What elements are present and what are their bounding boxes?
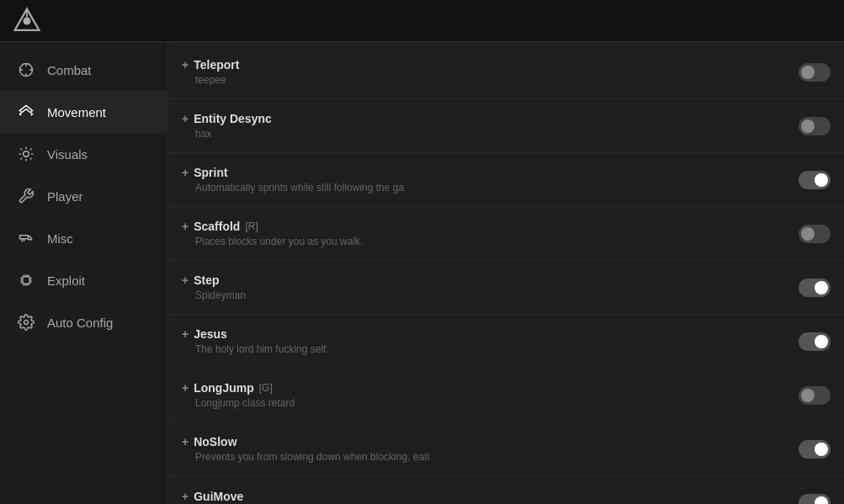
sidebar: Combat Movement Visuals Player Misc Expl… (0, 42, 168, 504)
topbar (0, 0, 844, 42)
sidebar-label-movement: Movement (47, 105, 106, 119)
module-toggle-longjump[interactable] (799, 386, 831, 405)
gun-icon (17, 229, 35, 247)
module-toggle-sprint[interactable] (799, 171, 831, 189)
svg-point-32 (24, 321, 29, 325)
module-plus-sprint: + (182, 166, 188, 179)
toggle-knob-sprint (815, 173, 828, 187)
module-toggle-noslow[interactable] (799, 440, 831, 459)
module-name-guimove: GuiMove (194, 490, 243, 503)
module-plus-step: + (182, 273, 188, 287)
module-desc-sprint: Automatically sprints while still follow… (182, 182, 502, 194)
module-name-teleport: Teleport (194, 58, 239, 72)
sidebar-item-misc[interactable]: Misc (0, 217, 167, 259)
module-header-noslow: + NoSlow (182, 435, 799, 448)
toggle-knob-step (815, 281, 828, 294)
toggle-knob-entitydesync (801, 119, 815, 133)
module-plus-teleport: + (182, 58, 188, 72)
sidebar-label-visuals: Visuals (47, 147, 88, 162)
toggle-track-jesus[interactable] (799, 332, 831, 351)
module-item-scaffold: + Scaffold [R] Places blocks under you a… (168, 207, 844, 261)
toggle-track-longjump[interactable] (799, 386, 831, 405)
module-item-jesus: + Jesus The holy lord him fucking self. (168, 315, 844, 369)
svg-line-16 (30, 149, 32, 151)
movement-icon (17, 103, 35, 121)
module-item-noslow: + NoSlow Prevents you from slowing down … (168, 422, 844, 476)
module-desc-entitydesync: hax (182, 128, 502, 140)
module-item-guimove: + GuiMove Allows you to move around, spr… (168, 476, 844, 504)
module-desc-jesus: The holy lord him fucking self. (182, 343, 502, 355)
module-item-step: + Step Spideyman (168, 261, 844, 315)
svg-point-1 (24, 17, 31, 24)
toggle-track-noslow[interactable] (799, 440, 831, 459)
module-toggle-scaffold[interactable] (799, 225, 831, 243)
module-toggle-guimove[interactable] (799, 494, 831, 504)
module-left-sprint: + Sprint Automatically sprints while sti… (182, 166, 799, 194)
sidebar-item-player[interactable]: Player (0, 175, 167, 217)
toggle-track-step[interactable] (799, 279, 831, 297)
module-left-entitydesync: + Entity Desync hax (182, 112, 799, 140)
svg-line-14 (30, 158, 32, 160)
module-name-noslow: NoSlow (194, 435, 236, 448)
module-plus-guimove: + (182, 490, 188, 503)
module-header-sprint: + Sprint (182, 166, 799, 179)
svg-line-13 (21, 149, 23, 151)
sidebar-item-movement[interactable]: Movement (0, 91, 167, 133)
module-toggle-entitydesync[interactable] (799, 117, 831, 135)
svg-point-8 (24, 151, 29, 157)
module-header-longjump: + LongJump [G] (182, 381, 799, 395)
toggle-knob-guimove (815, 496, 828, 504)
sun-icon (17, 145, 35, 163)
wrench-icon (17, 187, 35, 205)
module-desc-longjump: Longjump class retard (182, 397, 502, 409)
svg-rect-19 (23, 277, 29, 284)
sidebar-item-autoconfig[interactable]: Auto Config (0, 301, 167, 343)
app-logo (12, 6, 42, 36)
module-key-scaffold: [R] (245, 220, 257, 232)
module-left-teleport: + Teleport teepee (182, 58, 799, 86)
module-desc-step: Spideyman (182, 289, 502, 301)
content-area: + Teleport teepee + Entity Desync hax (168, 42, 844, 504)
module-name-jesus: Jesus (194, 327, 227, 341)
sidebar-item-visuals[interactable]: Visuals (0, 133, 167, 175)
toggle-knob-scaffold (801, 227, 815, 241)
crosshair-icon (17, 61, 35, 79)
module-left-step: + Step Spideyman (182, 273, 799, 301)
toggle-knob-teleport (801, 66, 815, 79)
toggle-track-teleport[interactable] (799, 63, 831, 82)
module-toggle-step[interactable] (799, 279, 831, 297)
module-desc-teleport: teepee (182, 74, 502, 86)
module-plus-noslow: + (182, 435, 188, 448)
module-toggle-jesus[interactable] (799, 332, 831, 351)
module-header-teleport: + Teleport (182, 58, 799, 72)
module-plus-scaffold: + (182, 220, 188, 233)
module-toggle-teleport[interactable] (799, 63, 831, 82)
sidebar-item-exploit[interactable]: Exploit (0, 259, 167, 301)
module-header-step: + Step (182, 273, 799, 287)
toggle-knob-jesus (815, 335, 828, 348)
module-left-scaffold: + Scaffold [R] Places blocks under you a… (182, 220, 799, 247)
toggle-track-guimove[interactable] (799, 494, 831, 504)
module-desc-scaffold: Places blocks under you as you walk. (182, 236, 502, 247)
module-header-guimove: + GuiMove (182, 490, 799, 503)
module-name-longjump: LongJump (194, 381, 254, 395)
module-left-jesus: + Jesus The holy lord him fucking self. (182, 327, 799, 355)
toggle-track-sprint[interactable] (799, 171, 831, 189)
sidebar-label-combat: Combat (47, 63, 92, 77)
sidebar-label-exploit: Exploit (47, 273, 85, 288)
module-key-longjump: [G] (259, 382, 273, 394)
module-name-entitydesync: Entity Desync (194, 112, 272, 125)
module-left-guimove: + GuiMove Allows you to move around, spr… (182, 490, 799, 505)
module-left-longjump: + LongJump [G] Longjump class retard (182, 381, 799, 409)
chip-icon (17, 271, 35, 289)
sidebar-item-combat[interactable]: Combat (0, 49, 167, 91)
module-header-jesus: + Jesus (182, 327, 799, 341)
toggle-track-scaffold[interactable] (799, 225, 831, 243)
module-item-sprint: + Sprint Automatically sprints while sti… (168, 153, 844, 207)
module-left-noslow: + NoSlow Prevents you from slowing down … (182, 435, 799, 463)
toggle-track-entitydesync[interactable] (799, 117, 831, 135)
module-plus-longjump: + (182, 381, 188, 395)
toggle-knob-longjump (801, 389, 815, 402)
toggle-knob-noslow (815, 443, 828, 456)
sidebar-label-player: Player (47, 189, 83, 204)
